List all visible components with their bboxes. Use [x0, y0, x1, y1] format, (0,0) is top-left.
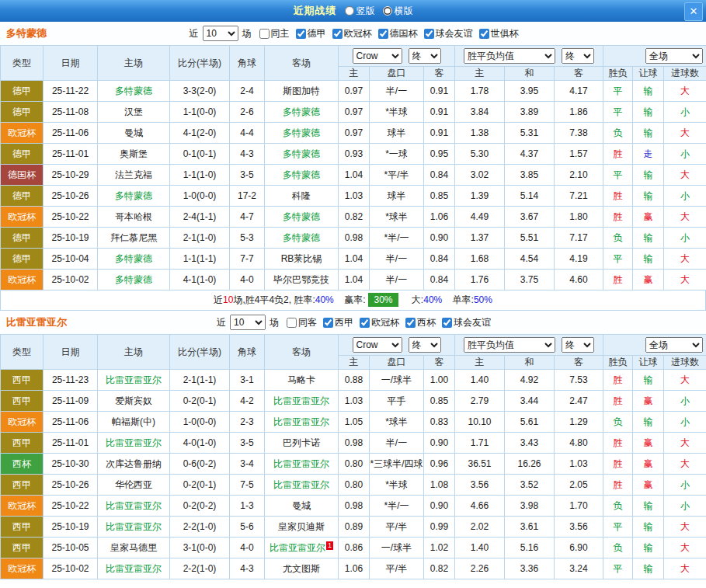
match-row: 欧冠杯 25-11-06 曼城 4-1(2-0) 4-4 多特蒙德 0.97 球…	[1, 123, 706, 144]
away-team[interactable]: 比雷亚雷亚尔	[265, 391, 339, 412]
filter-checkbox[interactable]: 西甲	[323, 316, 353, 329]
away-team[interactable]: 比雷亚雷亚尔	[265, 412, 339, 433]
checkbox-input[interactable]	[259, 29, 270, 39]
filter-checkbox[interactable]: 西杯	[405, 316, 436, 329]
checkbox-label: 欧冠杯	[371, 316, 399, 329]
away-team[interactable]: 毕尔巴鄂竞技	[265, 270, 339, 291]
odds-home: 0.80	[339, 454, 370, 475]
match-date: 25-11-23	[43, 370, 98, 391]
team-name[interactable]: 多特蒙德	[6, 26, 47, 40]
checkbox-input[interactable]	[424, 29, 434, 39]
avg-draw-odds: 16.26	[505, 454, 555, 475]
away-team[interactable]: 比雷亚雷亚尔	[265, 475, 339, 496]
away-team[interactable]: 皇家贝迪斯	[265, 517, 339, 538]
avg-away-odds: 1.29	[555, 412, 603, 433]
avg-final-select[interactable]: 终	[562, 337, 594, 353]
recent-count-select[interactable]: 10	[203, 26, 238, 41]
home-team[interactable]: 次库达鲁册纳	[98, 454, 170, 475]
checkbox-input[interactable]	[378, 29, 388, 39]
filter-checkbox[interactable]: 球会友谊	[442, 316, 491, 329]
col-corner: 角球	[230, 46, 265, 81]
away-team[interactable]: 马略卡	[265, 370, 339, 391]
avg-away-odds: 4.17	[555, 81, 603, 102]
filter-checkbox[interactable]: 同客	[287, 316, 317, 329]
col-avg-away: 客	[555, 67, 603, 81]
away-team[interactable]: 尤文图斯	[265, 558, 339, 579]
checkbox-input[interactable]	[360, 318, 370, 328]
away-team[interactable]: RB莱比锡	[265, 249, 339, 270]
away-team[interactable]: 多特蒙德	[265, 207, 339, 228]
home-team[interactable]: 比雷亚雷亚尔	[98, 370, 170, 391]
scope-select[interactable]: 全场	[645, 48, 703, 64]
avg-draw-odds: 3.98	[505, 496, 555, 517]
avg-type-select[interactable]: 胜平负均值	[464, 337, 555, 353]
home-team[interactable]: 比雷亚雷亚尔	[98, 517, 170, 538]
recent-count-select[interactable]: 10	[230, 315, 266, 330]
filter-checkbox[interactable]: 德国杯	[378, 27, 418, 40]
away-team[interactable]: 多特蒙德	[265, 165, 339, 186]
team-name[interactable]: 比雷亚雷亚尔	[6, 315, 67, 329]
avg-type-select[interactable]: 胜平负均值	[464, 48, 555, 64]
home-team[interactable]: 多特蒙德	[98, 186, 170, 207]
filter-checkbox[interactable]: 世俱杯	[479, 27, 519, 40]
checkbox-input[interactable]	[405, 318, 416, 328]
horizontal-radio-input[interactable]	[383, 6, 392, 16]
away-team[interactable]: 巴列卡诺	[265, 433, 339, 454]
checkbox-input[interactable]	[442, 318, 452, 328]
home-team[interactable]: 帕福斯(中)	[98, 412, 170, 433]
match-row: 德甲 25-11-22 多特蒙德 3-3(2-0) 2-4 斯图加特 0.97 …	[1, 81, 706, 102]
home-team[interactable]: 爱斯宾奴	[98, 391, 170, 412]
filter-checkbox[interactable]: 德甲	[296, 27, 326, 40]
horizontal-layout-radio[interactable]: 横版	[383, 5, 413, 18]
match-date: 25-10-02	[43, 558, 98, 579]
away-team[interactable]: 比雷亚雷亚尔1	[265, 538, 339, 558]
filter-checkbox[interactable]: 欧冠杯	[360, 316, 399, 329]
match-date: 25-10-29	[43, 165, 98, 186]
odds-company-select[interactable]: Crow	[353, 337, 402, 353]
home-team[interactable]: 比雷亚雷亚尔	[98, 433, 170, 454]
home-team[interactable]: 拜仁慕尼黑	[98, 228, 170, 249]
scope-select[interactable]: 全场	[645, 337, 703, 353]
odds-company-select[interactable]: Crow	[353, 48, 402, 64]
away-team[interactable]: 比雷亚雷亚尔	[265, 454, 339, 475]
home-team[interactable]: 多特蒙德	[98, 270, 170, 291]
corner-score: 4-3	[230, 144, 265, 165]
corner-score: 4-3	[230, 558, 265, 579]
home-team[interactable]: 奥斯堡	[98, 144, 170, 165]
odds-away: 0.96	[424, 454, 455, 475]
checkbox-input[interactable]	[479, 29, 489, 39]
away-team[interactable]: 多特蒙德	[265, 144, 339, 165]
away-team[interactable]: 斯图加特	[265, 81, 339, 102]
filter-checkbox[interactable]: 欧冠杯	[332, 27, 372, 40]
checkbox-input[interactable]	[287, 318, 297, 328]
home-team[interactable]: 哥本哈根	[98, 207, 170, 228]
home-team[interactable]: 多特蒙德	[98, 81, 170, 102]
away-team[interactable]: 多特蒙德	[265, 102, 339, 123]
home-team[interactable]: 法兰克福	[98, 165, 170, 186]
avg-final-select[interactable]: 终	[562, 48, 594, 64]
near-label: 近	[190, 27, 199, 40]
checkbox-input[interactable]	[296, 29, 306, 39]
checkbox-input[interactable]	[323, 318, 333, 328]
vertical-radio-input[interactable]	[345, 6, 354, 16]
home-team[interactable]: 比雷亚雷亚尔	[98, 496, 170, 517]
home-team[interactable]: 华伦西亚	[98, 475, 170, 496]
odds-final-select[interactable]: 终	[409, 48, 441, 64]
avg-home-odds: 4.66	[455, 496, 505, 517]
handicap-result: 输	[633, 538, 664, 558]
odds-final-select[interactable]: 终	[409, 337, 441, 353]
home-team[interactable]: 比雷亚雷亚尔	[98, 558, 170, 579]
away-team[interactable]: 曼城	[265, 496, 339, 517]
away-team[interactable]: 科隆	[265, 186, 339, 207]
close-icon[interactable]: ✕	[684, 2, 703, 21]
filter-checkbox[interactable]: 同主	[259, 27, 290, 40]
away-team[interactable]: 多特蒙德	[265, 123, 339, 144]
filter-checkbox[interactable]: 球会友谊	[424, 27, 473, 40]
home-team[interactable]: 曼城	[98, 123, 170, 144]
away-team[interactable]: 多特蒙德	[265, 228, 339, 249]
home-team[interactable]: 皇家马德里	[98, 538, 170, 558]
vertical-layout-radio[interactable]: 竖版	[345, 5, 375, 18]
home-team[interactable]: 多特蒙德	[98, 249, 170, 270]
checkbox-input[interactable]	[332, 29, 343, 39]
home-team[interactable]: 汉堡	[98, 102, 170, 123]
